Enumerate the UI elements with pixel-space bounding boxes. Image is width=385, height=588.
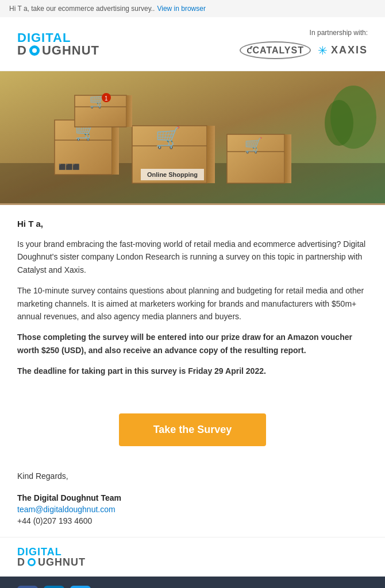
team-name: The Digital Doughnut Team [17, 493, 368, 502]
logo-doughnut-row: D UGHNUT [17, 44, 99, 57]
svg-rect-14 [284, 134, 291, 183]
svg-rect-3 [112, 120, 119, 175]
cta-section: Take the Survey [0, 400, 385, 460]
catalyst-text: ƈCATALYST [247, 45, 303, 55]
xaxis-logo: ✳ XAXIS [318, 44, 368, 57]
svg-text:1: 1 [105, 95, 108, 102]
phone-number: +44 (0)207 193 4600 [17, 516, 92, 525]
xaxis-snowflake-icon: ✳ [318, 44, 328, 57]
footer-logo-d: D [17, 557, 25, 567]
logo-d: D [17, 44, 27, 57]
partner-section: In partnership with: ƈCATALYST ✳ XAXIS [240, 29, 368, 59]
logo-ughnut: UGHNUT [42, 44, 99, 57]
body-para-4-bold: The deadline for taking part in this sur… [17, 365, 368, 377]
dd-logo: DIGITAL D UGHNUT [17, 32, 99, 57]
greeting: Hi T a, [17, 219, 368, 229]
preview-text: Hi T a, take our ecommerce advertising s… [9, 5, 155, 13]
social-footer: f in 🐦 Unsubscribe | Update preferences [0, 577, 385, 588]
catalyst-logo: ƈCATALYST [240, 41, 310, 59]
body-para-1: Is your brand embracing the fast-moving … [17, 238, 368, 276]
social-icons: f in 🐦 [17, 586, 91, 588]
email-wrapper: Hi T a, take our ecommerce advertising s… [0, 0, 385, 588]
logo-dot-icon [29, 45, 40, 56]
body-para-3-bold: Those completing the survey will be ente… [17, 331, 368, 357]
hero-svg: 🛒 ⬛⬛⬛ 🛒 Online Shopping 🛒 [0, 71, 385, 203]
svg-text:Online Shopping: Online Shopping [147, 171, 198, 178]
footer-logo-section: DIGITAL D UGHNUT [0, 537, 385, 577]
linkedin-icon[interactable]: in [44, 586, 64, 588]
svg-text:🛒: 🛒 [155, 125, 181, 150]
take-survey-button[interactable]: Take the Survey [119, 413, 267, 446]
view-in-browser-link[interactable]: View in browser [157, 5, 205, 13]
header-section: DIGITAL D UGHNUT In partnership with: ƈC… [0, 17, 385, 71]
svg-rect-18 [126, 95, 132, 127]
xaxis-text: XAXIS [331, 44, 368, 56]
email-body: DIGITAL D UGHNUT In partnership with: ƈC… [0, 17, 385, 588]
footer-logo-doughnut-row: D UGHNUT [17, 557, 368, 567]
top-bar: Hi T a, take our ecommerce advertising s… [0, 0, 385, 17]
svg-text:⬛⬛⬛: ⬛⬛⬛ [59, 163, 80, 171]
email-link[interactable]: team@digitaldoughnut.com [17, 505, 368, 514]
logo-digital-text: DIGITAL [17, 32, 99, 44]
svg-text:🛒: 🛒 [244, 136, 263, 154]
facebook-icon[interactable]: f [17, 586, 38, 588]
regards-text: Kind Regards, [17, 471, 368, 481]
twitter-icon[interactable]: 🐦 [70, 586, 91, 588]
partner-label: In partnership with: [310, 29, 368, 37]
svg-rect-8 [207, 126, 215, 183]
svg-point-24 [325, 100, 353, 146]
hero-image: 🛒 ⬛⬛⬛ 🛒 Online Shopping 🛒 [0, 71, 385, 205]
footer-logo-digital: DIGITAL [17, 547, 368, 557]
footer-logo-dot-icon [28, 558, 36, 566]
sign-off: Kind Regards, The Digital Doughnut Team … [0, 460, 385, 537]
footer-logo-ughnut: UGHNUT [38, 557, 86, 567]
body-para-2: The 10-minute survey contains questions … [17, 284, 368, 323]
content-section: Hi T a, Is your brand embracing the fast… [0, 205, 385, 400]
partner-logos: ƈCATALYST ✳ XAXIS [240, 41, 368, 59]
footer-dd-logo: DIGITAL D UGHNUT [17, 547, 368, 567]
